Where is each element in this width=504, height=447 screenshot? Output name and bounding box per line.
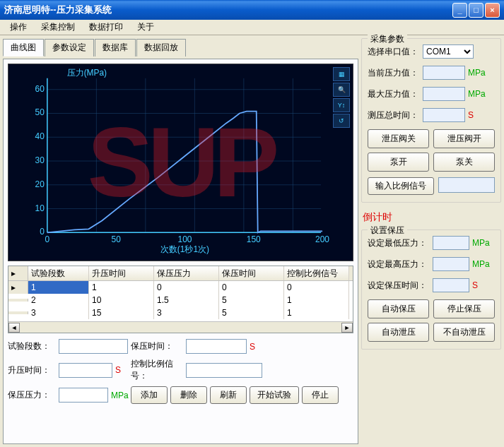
unit-mpa: MPa [111, 391, 129, 400]
cell-holdt: 5 [219, 294, 284, 306]
cell-seg: 3 [28, 306, 89, 319]
holdtime-unit: S [472, 280, 492, 290]
table-row[interactable]: 2101.551 [8, 294, 353, 306]
add-button[interactable]: 添加 [131, 386, 168, 404]
countdown-label: 倒计时 [363, 211, 500, 224]
holdp-input[interactable] [59, 388, 108, 403]
menu-acquire[interactable]: 采集控制 [34, 20, 82, 35]
tabstrip: 曲线图 参数设定 数据库 数据回放 [3, 38, 358, 56]
maxp-value[interactable] [433, 257, 469, 271]
max-value [423, 87, 465, 101]
pressure-chart: SUP 01020 [8, 64, 353, 261]
th-seg[interactable]: 试验段数 [28, 266, 89, 280]
cur-unit: MPa [468, 68, 488, 78]
time-label: 测压总时间： [368, 109, 420, 121]
maxp-label: 设定最高压力： [368, 258, 430, 270]
th-rise[interactable]: 升压时间 [89, 266, 154, 280]
max-label: 最大压力值： [368, 88, 420, 100]
svg-text:0: 0 [40, 227, 45, 237]
cur-label: 当前压力值： [368, 67, 420, 79]
holdtime-label: 设定保压时间： [368, 280, 430, 292]
cell-sig: 1 [284, 306, 349, 319]
holdset-group-title: 设置保压 [368, 225, 407, 237]
auto-hold-button[interactable]: 自动保压 [368, 299, 429, 318]
row-header[interactable] [8, 311, 28, 314]
sig-label: 控制比例信号： [131, 358, 183, 382]
stop-hold-button[interactable]: 停止保压 [433, 299, 495, 318]
minp-label: 设定最低压力： [368, 237, 430, 249]
cell-seg: 1 [28, 281, 89, 294]
window-title: 济南思明特--压力采集系统 [4, 4, 452, 16]
cell-sig: 1 [284, 294, 349, 306]
cur-value [423, 66, 465, 80]
stop-button[interactable]: 停止 [302, 386, 339, 404]
svg-text:60: 60 [35, 84, 45, 94]
cell-rise: 15 [89, 306, 154, 319]
cell-rise: 10 [89, 294, 154, 306]
com-label: 选择串口值： [368, 46, 420, 58]
menubar: 操作 采集控制 数据打印 关于 [0, 20, 504, 35]
minp-value[interactable] [433, 236, 469, 250]
seg-label: 试验段数： [8, 340, 56, 352]
params-group-title: 采集参数 [368, 33, 407, 45]
pump-on-button[interactable]: 泵开 [368, 153, 429, 172]
menu-print[interactable]: 数据打印 [82, 20, 130, 35]
menu-about[interactable]: 关于 [130, 20, 161, 35]
rise-label: 升压时间： [8, 364, 56, 376]
auto-release-button[interactable]: 自动泄压 [368, 323, 429, 342]
valve-open-button[interactable]: 泄压阀开 [433, 129, 495, 148]
start-test-button[interactable]: 开始试验 [250, 386, 299, 404]
com-select[interactable]: COM1 [423, 44, 474, 59]
svg-text:50: 50 [35, 107, 45, 117]
table-row[interactable]: ▸11000 [8, 281, 353, 294]
unit-s: S [250, 342, 255, 352]
cell-holdt: 5 [219, 306, 284, 319]
cell-seg: 2 [28, 294, 89, 306]
chart-tool-reset-icon[interactable]: ↺ [333, 114, 350, 128]
menu-operate[interactable]: 操作 [3, 20, 34, 35]
time-unit: S [468, 110, 488, 120]
row-header[interactable] [8, 299, 28, 302]
unit-s2: S [115, 365, 121, 375]
tab-database[interactable]: 数据库 [95, 39, 136, 56]
chart-tool-auto-icon[interactable]: Y↕ [333, 98, 350, 112]
svg-text:50: 50 [112, 234, 122, 244]
tab-params[interactable]: 参数设定 [45, 39, 94, 56]
chart-tool-grid-icon[interactable]: ▦ [333, 67, 350, 81]
tab-replay[interactable]: 数据回放 [136, 39, 186, 56]
maximize-button[interactable]: □ [469, 3, 484, 18]
cell-holdp: 3 [154, 306, 219, 319]
valve-close-button[interactable]: 泄压阀关 [368, 129, 429, 148]
segments-table: ▸ 试验段数 升压时间 保压压力 保压时间 控制比例信号 ▸110002101.… [8, 266, 353, 333]
holdtime-value[interactable] [433, 278, 469, 292]
delete-button[interactable]: 删除 [170, 386, 207, 404]
rise-input[interactable] [59, 363, 112, 378]
scroll-right-icon[interactable]: ► [341, 323, 353, 333]
holdt-input[interactable] [186, 339, 247, 354]
input-signal-button[interactable]: 输入比例信号 [368, 177, 434, 195]
seg-input[interactable] [59, 339, 128, 354]
no-auto-release-button[interactable]: 不自动泄压 [433, 323, 495, 342]
scroll-left-icon[interactable]: ◄ [8, 323, 20, 333]
pump-off-button[interactable]: 泵关 [433, 153, 495, 172]
svg-text:20: 20 [35, 179, 45, 189]
max-unit: MPa [468, 89, 488, 99]
table-row[interactable]: 315351 [8, 306, 353, 319]
close-button[interactable]: × [485, 3, 500, 18]
tab-chart[interactable]: 曲线图 [3, 39, 44, 56]
signal-value [438, 177, 495, 193]
th-holdt[interactable]: 保压时间 [219, 266, 284, 280]
cell-holdt: 0 [219, 281, 284, 294]
rowhead-corner[interactable]: ▸ [8, 266, 28, 280]
minimize-button[interactable]: _ [452, 3, 467, 18]
maxp-unit: MPa [472, 259, 492, 269]
chart-tool-zoom-icon[interactable]: 🔍 [333, 83, 350, 97]
th-holdp[interactable]: 保压压力 [154, 266, 219, 280]
svg-text:100: 100 [178, 234, 192, 244]
row-header[interactable]: ▸ [8, 281, 28, 294]
svg-text:40: 40 [35, 131, 45, 141]
table-hscroll[interactable]: ◄ ► [8, 321, 353, 333]
refresh-button[interactable]: 刷新 [210, 386, 247, 404]
sig-input[interactable] [186, 363, 262, 378]
th-sig[interactable]: 控制比例信号 [284, 266, 349, 280]
